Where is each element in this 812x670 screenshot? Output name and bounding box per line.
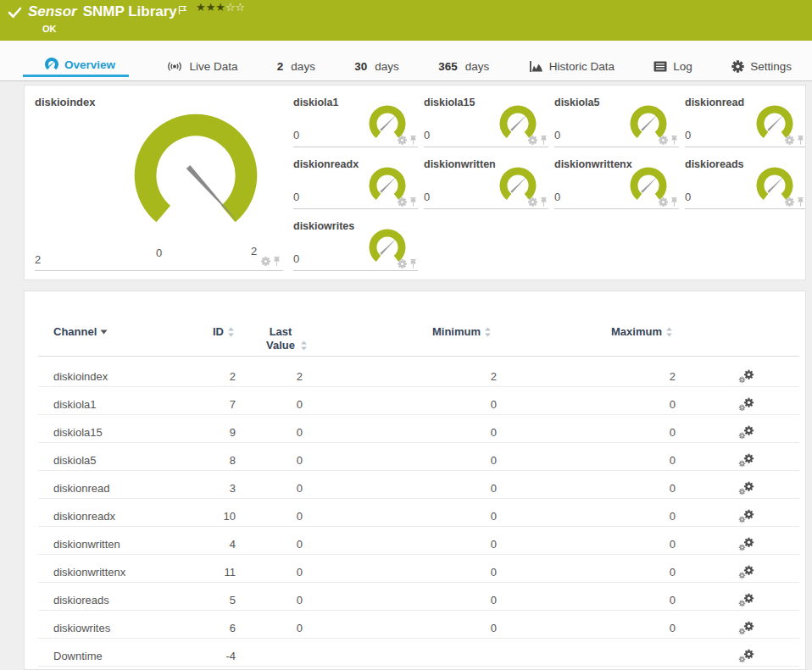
column-header-last-value[interactable]: Last Value	[244, 291, 310, 357]
cell-last-value: 0	[244, 527, 310, 555]
cell-last-value: 0	[244, 555, 310, 583]
channel-settings-icon[interactable]	[738, 481, 755, 496]
cell-channel: diskiola1	[38, 387, 213, 415]
gauge-settings-icon[interactable]	[528, 136, 537, 145]
gauge-pin-icon[interactable]	[273, 257, 281, 266]
gauge-pin-icon[interactable]	[670, 136, 678, 145]
table-row[interactable]: diskioreads 5 0 0 0	[38, 583, 799, 611]
channel-settings-icon[interactable]	[738, 509, 755, 523]
tab-30-days[interactable]: 30days	[353, 60, 401, 80]
main-gauge-tile: diskioindex 0 2 2	[25, 86, 293, 280]
gauge-pin-icon[interactable]	[409, 259, 417, 269]
channel-settings-icon[interactable]	[738, 593, 755, 607]
table-row[interactable]: diskionwritten 4 0 0 0	[38, 527, 799, 555]
gauge-channel-label: diskiola5	[554, 97, 600, 108]
gauge-settings-icon[interactable]	[659, 136, 668, 145]
channels-table-panel: Channel ID Last Value Minimum	[24, 291, 806, 670]
area-chart-icon	[529, 61, 543, 73]
gauge-pin-icon[interactable]	[670, 197, 678, 207]
column-header-channel[interactable]: Channel	[38, 291, 213, 357]
channel-settings-icon[interactable]	[738, 425, 755, 440]
gauge-settings-icon[interactable]	[785, 197, 794, 207]
gauge-value: 0	[293, 191, 299, 203]
gauge-tile: diskionwritten 0	[424, 147, 548, 209]
gauge-settings-icon[interactable]	[528, 197, 537, 207]
channel-settings-icon[interactable]	[738, 397, 755, 412]
gauge-pin-icon[interactable]	[409, 136, 417, 145]
tab-bar: Overview Live Data 2days 30days 365days …	[0, 41, 812, 81]
cell-minimum: 0	[310, 499, 505, 527]
channel-settings-icon[interactable]	[738, 369, 755, 384]
gauge-channel-label: diskionwritten	[424, 158, 496, 170]
cell-last-value: 0	[244, 387, 310, 415]
tab-log[interactable]: Log	[652, 60, 694, 80]
gauge-channel-label: diskiola15	[424, 97, 475, 108]
table-row[interactable]: diskionread 3 0 0 0	[38, 471, 799, 499]
gauge-value: 0	[293, 252, 299, 265]
cell-last-value	[244, 639, 310, 667]
column-header-maximum[interactable]: Maximum	[505, 291, 683, 357]
table-row[interactable]: diskiola5 8 0 0 0	[38, 443, 799, 471]
tab-overview[interactable]: Overview	[23, 58, 129, 77]
gauge-pin-icon[interactable]	[797, 136, 804, 145]
cell-maximum	[505, 639, 683, 667]
channel-settings-icon[interactable]	[738, 565, 755, 579]
sort-icon	[484, 327, 492, 337]
gauge-value: 0	[554, 191, 560, 203]
gauges-panel: diskioindex 0 2 2 diskiola1	[24, 85, 806, 280]
table-row[interactable]: Downtime -4	[38, 639, 799, 667]
channel-settings-icon[interactable]	[738, 537, 755, 551]
flag-icon[interactable]	[178, 3, 188, 19]
cell-channel: diskionwrittenx	[38, 555, 213, 583]
cell-minimum: 0	[310, 611, 505, 639]
gauge-settings-icon[interactable]	[785, 136, 794, 145]
gauge-value: 0	[424, 129, 430, 141]
table-row[interactable]: diskiola1 7 0 0 0	[38, 387, 799, 415]
cell-maximum: 0	[505, 611, 683, 639]
gauge-channel-label: diskionreadx	[293, 158, 359, 170]
gauge-pin-icon[interactable]	[540, 197, 548, 207]
cell-id: 9	[213, 415, 244, 443]
gauge-pin-icon[interactable]	[540, 136, 548, 145]
column-header-id[interactable]: ID	[213, 291, 244, 357]
tab-365-days[interactable]: 365days	[437, 60, 491, 80]
gauge-settings-icon[interactable]	[398, 136, 407, 145]
table-row[interactable]: diskioindex 2 2 2 2	[38, 357, 799, 387]
gauge-settings-icon[interactable]	[398, 197, 407, 207]
channels-table-body: diskioindex 2 2 2 2 diskiola1 7 0 0 0 di…	[38, 357, 799, 667]
tab-2-days[interactable]: 2days	[275, 60, 317, 80]
cell-last-value: 0	[244, 583, 310, 611]
cell-minimum: 0	[310, 527, 505, 555]
gauge-settings-icon[interactable]	[659, 197, 668, 207]
cell-last-value: 2	[244, 357, 310, 387]
main-gauge-icon	[130, 109, 262, 245]
cell-id: 6	[213, 611, 244, 639]
page-title: SensorSNMP Library	[28, 3, 177, 20]
gauge-pin-icon[interactable]	[409, 197, 417, 207]
cell-last-value: 0	[244, 499, 310, 527]
channel-settings-icon[interactable]	[738, 621, 755, 635]
sort-icon	[665, 327, 673, 337]
channel-settings-icon[interactable]	[738, 649, 755, 663]
table-row[interactable]: diskionwrittenx 11 0 0 0	[38, 555, 799, 583]
channel-settings-icon[interactable]	[738, 453, 755, 468]
table-row[interactable]: diskiowrites 6 0 0 0	[38, 611, 799, 639]
gauge-settings-icon[interactable]	[261, 257, 270, 266]
cell-maximum: 0	[505, 443, 683, 471]
cell-channel: diskioreads	[38, 583, 213, 611]
cell-maximum: 0	[505, 527, 683, 555]
gauge-pin-icon[interactable]	[797, 197, 804, 207]
table-row[interactable]: diskiola15 9 0 0 0	[38, 415, 799, 443]
status-check-icon	[8, 6, 23, 23]
tab-live-data[interactable]: Live Data	[164, 60, 239, 80]
tab-settings[interactable]: Settings	[730, 60, 793, 80]
priority-stars[interactable]: ★★★☆☆	[196, 1, 245, 14]
table-row[interactable]: diskionreadx 10 0 0 0	[38, 499, 799, 527]
live-data-icon	[166, 60, 183, 73]
gauge-settings-icon[interactable]	[398, 259, 407, 269]
column-header-minimum[interactable]: Minimum	[310, 291, 505, 357]
cell-last-value: 0	[244, 611, 310, 639]
cell-maximum: 0	[505, 499, 683, 527]
tab-historic-data[interactable]: Historic Data	[527, 60, 616, 80]
gauge-tile: diskiola5 0	[554, 86, 679, 147]
